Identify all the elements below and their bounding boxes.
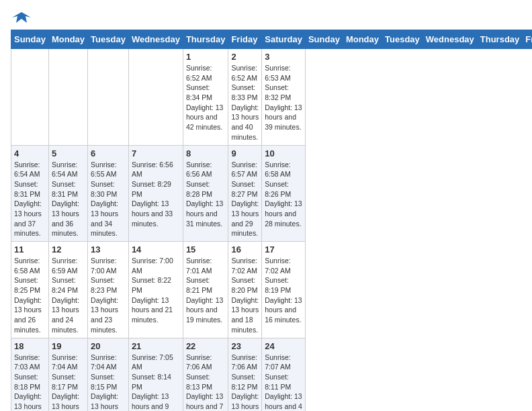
calendar-week-row: 1Sunrise: 6:52 AM Sunset: 8:34 PM Daylig… (11, 49, 533, 146)
calendar-day-cell: 18Sunrise: 7:03 AM Sunset: 8:18 PM Dayli… (11, 338, 49, 411)
day-number: 5 (52, 148, 85, 158)
day-info: Sunrise: 7:04 AM Sunset: 8:17 PM Dayligh… (52, 353, 85, 412)
day-info: Sunrise: 7:06 AM Sunset: 8:12 PM Dayligh… (231, 353, 259, 412)
calendar-day-cell: 13Sunrise: 7:00 AM Sunset: 8:23 PM Dayli… (88, 242, 129, 338)
day-info: Sunrise: 6:59 AM Sunset: 8:24 PM Dayligh… (52, 256, 85, 335)
calendar-day-cell: 1Sunrise: 6:52 AM Sunset: 8:34 PM Daylig… (183, 49, 228, 146)
calendar-day-cell: 21Sunrise: 7:05 AM Sunset: 8:14 PM Dayli… (128, 338, 183, 411)
day-of-week-header: Friday (228, 30, 262, 49)
day-info: Sunrise: 6:56 AM Sunset: 8:28 PM Dayligh… (186, 160, 226, 229)
day-number: 17 (265, 244, 302, 255)
day-header: Tuesday (382, 30, 423, 49)
calendar-day-cell: 5Sunrise: 6:54 AM Sunset: 8:31 PM Daylig… (48, 145, 87, 242)
day-header: Friday (523, 30, 532, 49)
day-header: Thursday (477, 30, 523, 49)
calendar-header-row: SundayMondayTuesdayWednesdayThursdayFrid… (11, 30, 533, 49)
calendar-week-row: 18Sunrise: 7:03 AM Sunset: 8:18 PM Dayli… (11, 338, 533, 411)
day-info: Sunrise: 6:54 AM Sunset: 8:31 PM Dayligh… (14, 160, 46, 239)
day-number: 18 (14, 341, 46, 351)
calendar-day-cell: 3Sunrise: 6:53 AM Sunset: 8:32 PM Daylig… (262, 49, 306, 146)
day-number: 1 (186, 52, 226, 62)
day-number: 10 (265, 148, 302, 158)
day-header: Monday (343, 30, 382, 49)
day-header: Wednesday (423, 30, 477, 49)
calendar-day-cell: 17Sunrise: 7:02 AM Sunset: 8:19 PM Dayli… (262, 242, 306, 338)
day-number: 4 (14, 148, 46, 158)
calendar-day-cell: 19Sunrise: 7:04 AM Sunset: 8:17 PM Dayli… (48, 338, 87, 411)
logo (11, 11, 31, 24)
day-number: 14 (132, 244, 180, 255)
calendar-day-cell: 15Sunrise: 7:01 AM Sunset: 8:21 PM Dayli… (183, 242, 228, 338)
calendar-day-cell (128, 49, 183, 146)
day-info: Sunrise: 7:07 AM Sunset: 8:11 PM Dayligh… (265, 353, 302, 412)
calendar-day-cell (88, 49, 129, 146)
day-of-week-header: Monday (48, 30, 87, 49)
day-number: 3 (265, 52, 302, 62)
day-of-week-header: Sunday (11, 30, 49, 49)
day-info: Sunrise: 6:57 AM Sunset: 8:27 PM Dayligh… (231, 160, 259, 239)
day-info: Sunrise: 7:04 AM Sunset: 8:15 PM Dayligh… (91, 353, 126, 412)
day-info: Sunrise: 7:01 AM Sunset: 8:21 PM Dayligh… (186, 256, 226, 325)
day-info: Sunrise: 6:52 AM Sunset: 8:33 PM Dayligh… (231, 63, 259, 142)
calendar-day-cell: 9Sunrise: 6:57 AM Sunset: 8:27 PM Daylig… (228, 145, 262, 242)
day-info: Sunrise: 7:02 AM Sunset: 8:20 PM Dayligh… (231, 256, 259, 335)
day-number: 24 (265, 341, 302, 351)
day-info: Sunrise: 6:52 AM Sunset: 8:34 PM Dayligh… (186, 63, 226, 132)
day-number: 19 (52, 341, 85, 351)
calendar-day-cell: 4Sunrise: 6:54 AM Sunset: 8:31 PM Daylig… (11, 145, 49, 242)
calendar-day-cell: 6Sunrise: 6:55 AM Sunset: 8:30 PM Daylig… (88, 145, 129, 242)
calendar-day-cell: 14Sunrise: 7:00 AM Sunset: 8:22 PM Dayli… (128, 242, 183, 338)
calendar-day-cell: 7Sunrise: 6:56 AM Sunset: 8:29 PM Daylig… (128, 145, 183, 242)
day-number: 16 (231, 244, 259, 255)
day-info: Sunrise: 7:06 AM Sunset: 8:13 PM Dayligh… (186, 353, 226, 412)
calendar-day-cell: 16Sunrise: 7:02 AM Sunset: 8:20 PM Dayli… (228, 242, 262, 338)
day-number: 8 (186, 148, 226, 158)
calendar-day-cell (11, 49, 49, 146)
logo-bird-icon (12, 11, 31, 24)
day-number: 2 (231, 52, 259, 62)
day-info: Sunrise: 7:03 AM Sunset: 8:18 PM Dayligh… (14, 353, 46, 412)
calendar-day-cell: 8Sunrise: 6:56 AM Sunset: 8:28 PM Daylig… (183, 145, 228, 242)
day-number: 7 (132, 148, 180, 158)
day-info: Sunrise: 6:58 AM Sunset: 8:26 PM Dayligh… (265, 160, 302, 229)
day-info: Sunrise: 7:00 AM Sunset: 8:23 PM Dayligh… (91, 256, 126, 335)
calendar-day-cell: 11Sunrise: 6:58 AM Sunset: 8:25 PM Dayli… (11, 242, 49, 338)
day-info: Sunrise: 7:02 AM Sunset: 8:19 PM Dayligh… (265, 256, 302, 325)
day-info: Sunrise: 6:58 AM Sunset: 8:25 PM Dayligh… (14, 256, 46, 335)
calendar-day-cell: 2Sunrise: 6:52 AM Sunset: 8:33 PM Daylig… (228, 49, 262, 146)
svg-marker-0 (12, 12, 31, 23)
calendar-week-row: 11Sunrise: 6:58 AM Sunset: 8:25 PM Dayli… (11, 242, 533, 338)
day-number: 11 (14, 244, 46, 255)
day-header: Sunday (305, 30, 343, 49)
day-number: 23 (231, 341, 259, 351)
calendar-day-cell: 22Sunrise: 7:06 AM Sunset: 8:13 PM Dayli… (183, 338, 228, 411)
calendar-day-cell (48, 49, 87, 146)
day-of-week-header: Wednesday (128, 30, 183, 49)
day-number: 6 (91, 148, 126, 158)
day-of-week-header: Tuesday (88, 30, 129, 49)
day-number: 15 (186, 244, 226, 255)
day-number: 21 (132, 341, 180, 351)
day-number: 20 (91, 341, 126, 351)
day-info: Sunrise: 6:55 AM Sunset: 8:30 PM Dayligh… (91, 160, 126, 239)
calendar-table: SundayMondayTuesdayWednesdayThursdayFrid… (11, 30, 532, 411)
day-info: Sunrise: 7:05 AM Sunset: 8:14 PM Dayligh… (132, 353, 180, 412)
day-info: Sunrise: 6:56 AM Sunset: 8:29 PM Dayligh… (132, 160, 180, 229)
calendar-day-cell: 20Sunrise: 7:04 AM Sunset: 8:15 PM Dayli… (88, 338, 129, 411)
day-info: Sunrise: 6:53 AM Sunset: 8:32 PM Dayligh… (265, 63, 302, 132)
day-of-week-header: Saturday (262, 30, 306, 49)
day-info: Sunrise: 7:00 AM Sunset: 8:22 PM Dayligh… (132, 256, 180, 325)
page-header (11, 11, 521, 24)
calendar-day-cell: 12Sunrise: 6:59 AM Sunset: 8:24 PM Dayli… (48, 242, 87, 338)
day-number: 13 (91, 244, 126, 255)
calendar-day-cell: 23Sunrise: 7:06 AM Sunset: 8:12 PM Dayli… (228, 338, 262, 411)
calendar-day-cell: 10Sunrise: 6:58 AM Sunset: 8:26 PM Dayli… (262, 145, 306, 242)
calendar-day-cell: 24Sunrise: 7:07 AM Sunset: 8:11 PM Dayli… (262, 338, 306, 411)
day-number: 12 (52, 244, 85, 255)
day-number: 22 (186, 341, 226, 351)
day-of-week-header: Thursday (183, 30, 228, 49)
day-number: 9 (231, 148, 259, 158)
day-info: Sunrise: 6:54 AM Sunset: 8:31 PM Dayligh… (52, 160, 85, 239)
calendar-week-row: 4Sunrise: 6:54 AM Sunset: 8:31 PM Daylig… (11, 145, 533, 242)
